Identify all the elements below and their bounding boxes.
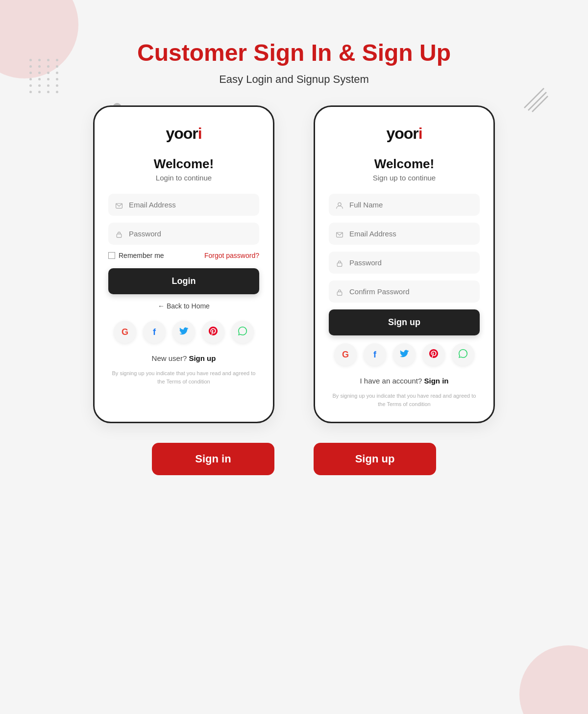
signup-password-group [329, 252, 480, 274]
signup-welcome: Welcome! Sign up to continue [329, 156, 480, 182]
signup-email-icon [336, 229, 343, 238]
signup-logo-dot: i [418, 125, 422, 142]
signin-email-input[interactable] [108, 194, 259, 216]
forgot-password-link[interactable]: Forgot password? [204, 252, 259, 259]
signup-phone-btn[interactable] [452, 343, 474, 366]
remember-row: Remember me Forgot password? [108, 252, 259, 259]
signin-pinterest-btn[interactable] [202, 321, 224, 343]
svg-rect-7 [337, 263, 342, 266]
signup-alt-text: I have an account? [360, 377, 422, 385]
bottom-signup-button[interactable]: Sign up [314, 443, 436, 475]
bg-decoration-circle-bottom-right [519, 645, 588, 714]
signin-card: yoori Welcome! Login to continue [93, 105, 274, 423]
signup-phone-icon [459, 349, 467, 360]
signin-welcome: Welcome! Login to continue [108, 156, 259, 182]
signup-fullname-input[interactable] [329, 194, 480, 216]
signup-twitter-icon [400, 350, 409, 360]
signin-phone-btn[interactable] [231, 321, 254, 343]
signin-alt-auth: New user? Sign up [108, 354, 259, 362]
remember-text: Remember me [119, 252, 164, 259]
signup-confirm-group [329, 280, 480, 303]
signin-password-input[interactable] [108, 223, 259, 245]
bottom-buttons: Sign in Sign up [0, 423, 588, 495]
signup-alt-auth: I have an account? Sign in [329, 377, 480, 385]
signin-lock-icon [115, 229, 123, 238]
signin-alt-link[interactable]: Sign up [189, 354, 216, 362]
signup-email-input[interactable] [329, 223, 480, 245]
signup-confirm-lock-icon [336, 287, 343, 296]
signup-fullname-group [329, 194, 480, 216]
twitter-icon [179, 327, 188, 337]
signup-logo: yoori [329, 125, 480, 143]
signin-password-group [108, 223, 259, 245]
signup-twitter-btn[interactable] [393, 343, 416, 366]
user-icon [336, 200, 343, 209]
signup-google-icon: G [342, 350, 349, 360]
login-button[interactable]: Login [108, 268, 259, 294]
signin-welcome-title: Welcome! [108, 156, 259, 172]
remember-label[interactable]: Remember me [108, 252, 164, 259]
page-subtitle: Easy Login and Signup System [0, 73, 588, 86]
phones-container: yoori Welcome! Login to continue [0, 105, 588, 423]
page-title: Customer Sign In & Sign Up [0, 39, 588, 66]
signup-button[interactable]: Sign up [329, 309, 480, 335]
signup-confirm-input[interactable] [329, 280, 480, 303]
email-icon [115, 200, 123, 209]
svg-point-5 [338, 203, 341, 205]
signin-twitter-btn[interactable] [172, 321, 195, 343]
facebook-icon: f [153, 327, 156, 337]
signup-welcome-title: Welcome! [329, 156, 480, 172]
remember-checkbox[interactable] [108, 252, 115, 259]
signup-lock-icon [336, 258, 343, 267]
signin-logo: yoori [108, 125, 259, 143]
signin-welcome-subtitle: Login to continue [108, 174, 259, 182]
signup-facebook-btn[interactable]: f [364, 343, 386, 366]
page-header: Customer Sign In & Sign Up Easy Login an… [0, 0, 588, 105]
signup-email-group [329, 223, 480, 245]
signup-pinterest-btn[interactable] [422, 343, 445, 366]
pinterest-icon [209, 327, 218, 338]
phone-icon [238, 327, 247, 338]
signup-logo-text: yoori [386, 125, 422, 142]
svg-rect-8 [337, 292, 342, 295]
signin-logo-text: yoori [166, 125, 201, 142]
signin-google-btn[interactable]: G [114, 321, 136, 343]
signup-pinterest-icon [429, 349, 438, 360]
signup-google-btn[interactable]: G [334, 343, 357, 366]
signup-card: yoori Welcome! Sign up to continue [314, 105, 495, 423]
signin-email-group [108, 194, 259, 216]
signin-logo-dot: i [198, 125, 202, 142]
signup-facebook-icon: f [373, 350, 376, 360]
back-home-link[interactable]: ← Back to Home [108, 302, 259, 310]
bottom-signin-button[interactable]: Sign in [152, 443, 274, 475]
signup-alt-link[interactable]: Sign in [424, 377, 448, 385]
google-icon: G [122, 327, 128, 337]
svg-rect-4 [117, 234, 122, 237]
signin-alt-text: New user? [152, 354, 187, 362]
signup-password-input[interactable] [329, 252, 480, 274]
signin-terms: By signing up you indicate that you have… [108, 369, 259, 385]
signin-facebook-btn[interactable]: f [143, 321, 166, 343]
signup-terms: By signing up you indicate that you have… [329, 392, 480, 408]
signup-social-row: G f [329, 343, 480, 366]
signin-social-row: G f [108, 321, 259, 343]
signup-welcome-subtitle: Sign up to continue [329, 174, 480, 182]
